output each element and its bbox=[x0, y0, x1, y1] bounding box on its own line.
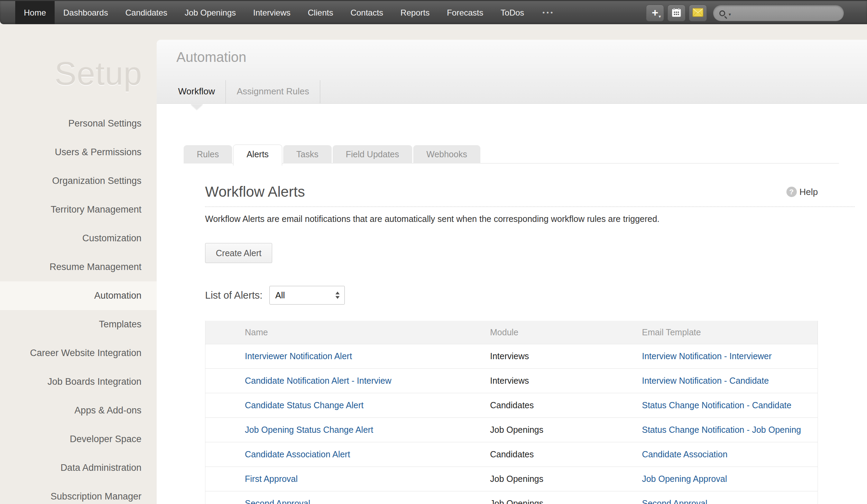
module-value: Interviews bbox=[490, 351, 529, 361]
email-template-link[interactable]: Interview Notification - Interviewer bbox=[642, 351, 772, 361]
sidebar-item-users-permissions[interactable]: Users & Permissions bbox=[0, 138, 157, 167]
quick-add-button[interactable]: + ▾ bbox=[646, 5, 664, 21]
chevron-down-icon: ▾ bbox=[658, 14, 661, 19]
alert-name-link[interactable]: First Approval bbox=[245, 474, 298, 484]
create-alert-button[interactable]: Create Alert bbox=[205, 243, 272, 263]
section-heading: Workflow Alerts bbox=[205, 184, 305, 200]
tab-workflow[interactable]: Workflow bbox=[178, 80, 226, 103]
setup-menu: Personal Settings Users & Permissions Or… bbox=[0, 109, 157, 504]
tab-webhooks[interactable]: Webhooks bbox=[413, 145, 480, 164]
sidebar-item-job-boards-integration[interactable]: Job Boards Integration bbox=[0, 367, 157, 396]
nav-item-candidates[interactable]: Candidates bbox=[117, 1, 176, 24]
table-row: Second Approval Job Openings Second Appr… bbox=[205, 491, 818, 504]
column-header-module: Module bbox=[490, 321, 642, 344]
alert-name-link[interactable]: Candidate Association Alert bbox=[245, 449, 350, 459]
nav-item-clients[interactable]: Clients bbox=[299, 1, 342, 24]
workflow-subtabs: Rules Alerts Tasks Field Updates Webhook… bbox=[184, 144, 839, 164]
column-header-email-template: Email Template bbox=[642, 321, 818, 344]
section-description: Workflow Alerts are email notifications … bbox=[205, 214, 818, 224]
email-template-link[interactable]: Candidate Association bbox=[642, 449, 727, 459]
tab-field-updates[interactable]: Field Updates bbox=[333, 145, 412, 164]
calendar-icon bbox=[671, 7, 682, 19]
sidebar-item-organization-settings[interactable]: Organization Settings bbox=[0, 167, 157, 195]
alert-name-link[interactable]: Candidate Status Change Alert bbox=[245, 400, 363, 410]
nav-item-dashboards[interactable]: Dashboards bbox=[55, 1, 117, 24]
module-value: Candidates bbox=[490, 400, 534, 410]
alerts-content: Workflow Alerts ? Help Workflow Alerts a… bbox=[157, 184, 867, 504]
sidebar-item-automation[interactable]: Automation bbox=[0, 281, 157, 310]
sidebar-item-territory-management[interactable]: Territory Management bbox=[0, 195, 157, 224]
sidebar-item-developer-space[interactable]: Developer Space bbox=[0, 425, 157, 454]
module-value: Job Openings bbox=[490, 425, 543, 435]
alert-name-link[interactable]: Candidate Notification Alert - Interview bbox=[245, 376, 391, 385]
sidebar-item-career-website-integration[interactable]: Career Website Integration bbox=[0, 339, 157, 367]
sidebar-item-templates[interactable]: Templates bbox=[0, 310, 157, 339]
mail-icon bbox=[692, 8, 703, 18]
alerts-table: Name Module Email Template Interviewer N… bbox=[205, 321, 818, 504]
active-tab-pointer-icon bbox=[191, 104, 203, 110]
page-title: Automation bbox=[176, 49, 246, 65]
table-row: Candidate Notification Alert - Interview… bbox=[205, 368, 818, 393]
heading-divider bbox=[205, 206, 855, 207]
alert-name-link[interactable]: Second Approval bbox=[245, 498, 310, 504]
tab-assignment-rules[interactable]: Assignment Rules bbox=[226, 80, 320, 103]
sidebar-item-subscription-manager[interactable]: Subscription Manager bbox=[0, 482, 157, 504]
sidebar-item-resume-management[interactable]: Resume Management bbox=[0, 253, 157, 281]
email-template-link[interactable]: Interview Notification - Candidate bbox=[642, 376, 769, 385]
module-value: Job Openings bbox=[490, 474, 543, 484]
help-link[interactable]: ? Help bbox=[786, 187, 818, 197]
tab-alerts[interactable]: Alerts bbox=[233, 144, 282, 166]
global-search-input[interactable]: ▾ bbox=[713, 5, 844, 21]
select-stepper-icon bbox=[335, 292, 340, 299]
mail-button[interactable] bbox=[689, 5, 707, 21]
tab-tasks[interactable]: Tasks bbox=[283, 145, 332, 164]
nav-item-job-openings[interactable]: Job Openings bbox=[176, 1, 245, 24]
email-template-link[interactable]: Second Approval bbox=[642, 498, 707, 504]
table-row: Candidate Status Change Alert Candidates… bbox=[205, 393, 818, 418]
calendar-button[interactable] bbox=[667, 5, 685, 21]
sidebar-item-personal-settings[interactable]: Personal Settings bbox=[0, 109, 157, 138]
table-row: Job Opening Status Change Alert Job Open… bbox=[205, 418, 818, 442]
help-label: Help bbox=[800, 187, 818, 197]
top-navbar: Home Dashboards Candidates Job Openings … bbox=[0, 0, 867, 24]
setup-sidebar: Setup Personal Settings Users & Permissi… bbox=[0, 24, 157, 504]
setup-watermark: Setup bbox=[55, 55, 142, 92]
list-of-alerts-label: List of Alerts: bbox=[205, 290, 262, 301]
search-icon bbox=[719, 10, 725, 16]
nav-item-reports[interactable]: Reports bbox=[392, 1, 438, 24]
selected-filter-value: All bbox=[275, 290, 285, 300]
email-template-link[interactable]: Job Opening Approval bbox=[642, 474, 727, 484]
table-row: Interviewer Notification Alert Interview… bbox=[205, 344, 818, 368]
module-value: Candidates bbox=[490, 449, 534, 459]
sidebar-item-customization[interactable]: Customization bbox=[0, 224, 157, 253]
nav-right-controls: + ▾ bbox=[646, 5, 844, 21]
automation-header: Automation Workflow Assignment Rules bbox=[157, 40, 867, 104]
table-row: Candidate Association Alert Candidates C… bbox=[205, 442, 818, 467]
module-value: Interviews bbox=[490, 376, 529, 385]
module-value: Job Openings bbox=[490, 498, 543, 504]
email-template-link[interactable]: Status Change Notification - Candidate bbox=[642, 400, 791, 410]
question-icon: ? bbox=[786, 187, 797, 197]
nav-item-forecasts[interactable]: Forecasts bbox=[438, 1, 492, 24]
nav-item-home[interactable]: Home bbox=[15, 1, 55, 24]
header-tabs: Workflow Assignment Rules bbox=[178, 80, 320, 103]
column-header-name: Name bbox=[205, 321, 490, 344]
nav-overflow-menu-icon[interactable]: ••• bbox=[543, 1, 555, 24]
nav-item-interviews[interactable]: Interviews bbox=[245, 1, 299, 24]
alert-name-link[interactable]: Interviewer Notification Alert bbox=[245, 351, 352, 361]
sidebar-item-apps-addons[interactable]: Apps & Add-ons bbox=[0, 396, 157, 425]
search-scope-caret-icon[interactable]: ▾ bbox=[729, 12, 731, 17]
alerts-filter-select[interactable]: All bbox=[269, 286, 345, 305]
alert-name-link[interactable]: Job Opening Status Change Alert bbox=[245, 425, 373, 435]
tab-rules[interactable]: Rules bbox=[184, 145, 232, 164]
sidebar-item-data-administration[interactable]: Data Administration bbox=[0, 454, 157, 482]
email-template-link[interactable]: Status Change Notification - Job Opening bbox=[642, 425, 801, 435]
nav-item-todos[interactable]: ToDos bbox=[492, 1, 533, 24]
table-row: First Approval Job Openings Job Opening … bbox=[205, 467, 818, 491]
table-header-row: Name Module Email Template bbox=[205, 321, 818, 344]
main-panel: Automation Workflow Assignment Rules Rul… bbox=[157, 40, 867, 504]
plus-icon: + bbox=[652, 7, 658, 18]
nav-item-contacts[interactable]: Contacts bbox=[342, 1, 392, 24]
